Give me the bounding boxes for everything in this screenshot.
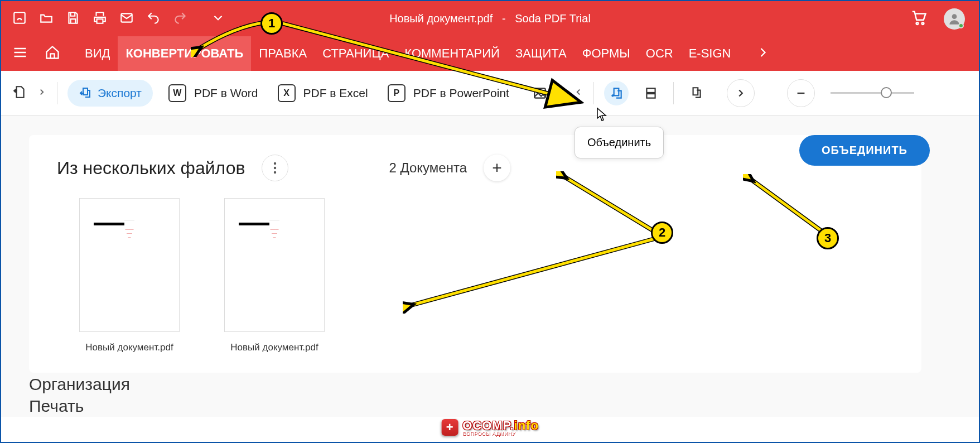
merge-action-button[interactable]: ОБЪЕДИНИТЬ [799,135,930,166]
divider [593,82,594,104]
menu-item-страница[interactable]: СТРАНИЦА [315,36,397,71]
letter-w-icon: W [168,84,186,102]
sub-toolbar: Экспорт WPDF в WordXPDF в ExcelPPDF в Po… [1,71,979,115]
convert-w-button[interactable]: WPDF в Word [168,84,258,102]
page-preview: ————————— [79,198,180,332]
more-options-button[interactable] [262,155,288,181]
merge-icon[interactable] [604,81,629,105]
svg-point-3 [922,22,924,25]
dropdown-icon[interactable] [211,11,225,27]
title-bar: Новый документ.pdf - Soda PDF Trial [1,1,979,36]
cart-icon[interactable] [910,9,927,28]
svg-point-2 [916,22,919,25]
open-folder-icon[interactable] [39,11,54,27]
split-icon[interactable] [639,81,663,105]
menu-item-ocr[interactable]: OCR [638,36,681,71]
convert-label: PDF в Excel [303,86,368,100]
svg-rect-8 [646,94,655,98]
svg-point-9 [274,162,276,165]
menu-item-вид[interactable]: ВИД [77,36,118,71]
menu-item-комментарий[interactable]: КОММЕНТАРИЙ [397,36,508,71]
thumb-label: Новый документ.pdf [79,342,180,353]
mail-icon[interactable] [119,11,134,27]
zoom-out-button[interactable] [787,79,815,107]
watermark-suffix: info [514,418,539,432]
document-thumb[interactable]: —————————Новый документ.pdf [79,198,180,353]
batch-icon[interactable] [684,81,708,105]
next-circle-button[interactable] [727,79,755,107]
menu-item-правка[interactable]: ПРАВКА [251,36,315,71]
chevron-right-small-icon[interactable] [37,87,47,99]
annotation-badge-3: 3 [817,227,839,249]
menu-bar: ВИДКОНВЕРТИРОВАТЬПРАВКАСТРАНИЦАКОММЕНТАР… [1,36,979,71]
svg-point-11 [274,171,276,174]
zoom-slider[interactable] [831,92,914,94]
menu-item-формы[interactable]: ФОРМЫ [575,36,638,71]
status-dot-icon [958,23,964,28]
hamburger-icon[interactable] [12,45,28,62]
redo-icon[interactable] [173,11,187,27]
quick-access [12,11,225,27]
convert-x-button[interactable]: XPDF в Excel [278,84,368,102]
image-icon[interactable] [528,81,552,105]
user-avatar[interactable] [944,8,965,30]
document-thumb[interactable]: —————————Новый документ.pdf [224,198,325,353]
menu-item-конвертировать[interactable]: КОНВЕРТИРОВАТЬ [118,36,251,71]
chevron-left-icon[interactable] [573,87,583,99]
app-logo-icon[interactable] [12,11,27,27]
svg-point-10 [274,167,276,169]
merge-tooltip: Объединить [575,127,664,158]
convert-label: PDF в PowerPoint [413,86,509,100]
page-preview: ————————— [224,198,325,332]
divider [673,82,674,104]
add-document-button[interactable]: + [484,155,510,181]
cursor-icon [596,107,607,122]
section-title: Из нескольких файлов [57,158,245,179]
annotation-badge-1: 1 [260,12,283,35]
letter-x-icon: X [278,84,296,102]
document-count: 2 Документа [389,160,467,176]
save-icon[interactable] [66,11,80,27]
annotation-badge-2: 2 [651,222,673,244]
export-label: Экспорт [98,86,142,100]
divider [57,82,57,104]
export-button[interactable]: Экспорт [67,80,153,107]
letter-p-icon: P [388,84,405,102]
menu-item-защита[interactable]: ЗАЩИТА [508,36,575,71]
print-icon[interactable] [93,11,107,27]
svg-rect-7 [646,88,655,93]
menu-item-e-sign[interactable]: E-SIGN [681,36,739,71]
thumb-label: Новый документ.pdf [224,342,325,353]
file-star-icon[interactable] [12,85,27,102]
content-area: Из нескольких файлов 2 Документа + ОБЪЕД… [1,115,979,417]
undo-icon[interactable] [146,11,161,27]
svg-point-4 [952,14,957,19]
chevron-right-icon[interactable] [755,45,771,62]
convert-label: PDF в Word [194,86,258,100]
watermark: + OCOMP.info ВОПРОСЫ АДМИНУ [441,418,539,436]
svg-rect-5 [534,88,545,98]
background-text: Организация Печать [29,373,130,417]
window-title: Новый документ.pdf - Soda PDF Trial [389,12,591,25]
convert-p-button[interactable]: PPDF в PowerPoint [388,84,509,102]
zoom-thumb[interactable] [881,87,892,98]
home-icon[interactable] [45,45,60,62]
watermark-plus-icon: + [441,419,458,436]
